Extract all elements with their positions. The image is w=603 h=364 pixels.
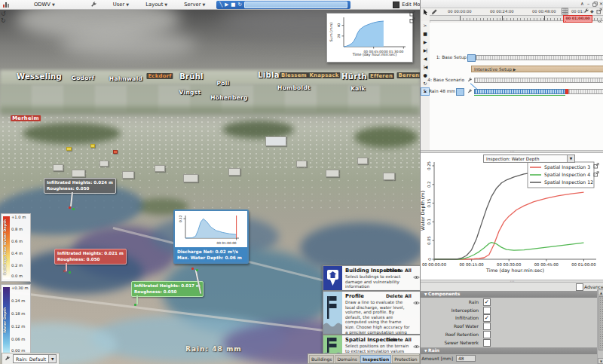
cursor-tool-icon[interactable] [423, 9, 428, 16]
profile-inspection-popup[interactable]: 0.1200 01:00:00 Discharge Net: 0.02 m³/s… [173, 210, 249, 264]
component-checkbox-infiltration[interactable] [483, 314, 491, 322]
building [296, 161, 307, 167]
popout-icon[interactable] [593, 163, 599, 169]
visibility-eye-icon[interactable] [413, 275, 420, 280]
tooltip-line: Roughness: 0.050 [134, 289, 200, 295]
3d-viewport[interactable]: ↺ ↻ Wesseling Godorf Hahnwald Eckdorf Br… [0, 10, 420, 364]
spatial-inspection-tooltip[interactable]: Infiltrated Heights: 0.021 m Roughness: … [54, 249, 127, 265]
inspection-selector[interactable]: Inspection: Water Depth ▼ [483, 154, 575, 163]
scenario-track[interactable] [474, 78, 603, 83]
wrench-icon[interactable] [90, 2, 97, 8]
menu-layout[interactable]: Layout▼ [143, 2, 170, 8]
city-label-merheim: Merheim [11, 115, 41, 121]
grid-view-icon[interactable] [561, 8, 569, 15]
scenario-track[interactable] [476, 55, 603, 60]
pen-tool-icon[interactable] [431, 9, 437, 15]
profile-icon [323, 292, 342, 334]
step-forward-button[interactable]: ▶| [421, 46, 430, 54]
popout-icon[interactable] [593, 171, 599, 177]
scrollbar[interactable]: ▲ ▼ [597, 289, 603, 364]
visibility-eye-icon[interactable] [413, 301, 420, 305]
wrench-icon[interactable] [583, 8, 589, 14]
scroll-up-icon[interactable]: ▲ [598, 289, 603, 295]
scenario-label-rain-48mm[interactable]: 5: Rain 48 mm [421, 89, 455, 93]
city-label-huerth: Hürth [341, 72, 367, 81]
component-checkbox-roof-water[interactable] [483, 323, 491, 330]
building [383, 173, 395, 180]
delete-all-button[interactable]: Delete All [386, 268, 412, 273]
spatial-inspection-tooltip[interactable]: Infiltrated Heights: 0.024 m Roughness: … [44, 178, 116, 194]
amount-input[interactable] [456, 355, 476, 362]
chevron-down-icon: ▼ [48, 355, 56, 362]
diamond-icon[interactable]: ◆ [590, 8, 594, 14]
building-highlight [66, 147, 72, 151]
max-water-depth-value: Max. Water Depth: 0.06 m [177, 255, 245, 261]
close-icon[interactable]: × [598, 1, 603, 7]
scroll-down-icon[interactable]: ▼ [598, 358, 603, 364]
svg-text:00 01:00:00: 00 01:00:00 [571, 262, 596, 267]
refresh-icon[interactable]: ↻ [237, 1, 241, 9]
rain-section-header[interactable]: ▼ Rain [421, 347, 597, 354]
scenario-track-computed[interactable] [474, 89, 565, 94]
city-label-efferen: Efferen [369, 73, 394, 79]
redo-icon[interactable]: ↻ [1, 17, 6, 24]
scenario-timeline-area[interactable] [430, 23, 603, 150]
wrench-icon[interactable] [5, 356, 11, 362]
rain-preset-bar: Rain: Default ▼ [2, 353, 60, 364]
svg-text:0.05: 0.05 [427, 236, 432, 245]
tooltip-line: Roughness: 0.050 [57, 257, 124, 263]
svg-text:Water Depth (m): Water Depth (m) [421, 191, 426, 231]
collapse-icon[interactable]: ∧ [580, 1, 585, 7]
popout-icon[interactable] [596, 8, 602, 14]
expand-icon[interactable]: > [421, 21, 430, 29]
interactive-setup-bar[interactable]: Interactive Setup ▶ [471, 66, 603, 72]
play-icon[interactable]: ▶ [225, 1, 228, 9]
components-header[interactable]: ▼ Components [421, 291, 597, 298]
stop-button[interactable]: ■ [421, 29, 430, 38]
component-checkbox-sewer-network[interactable] [483, 339, 491, 347]
current-time-badge[interactable]: 00 01:00:00 [563, 15, 592, 23]
minimize-icon[interactable]: – [586, 1, 591, 7]
rain-preset-select[interactable]: Rain: Default ▼ [13, 354, 57, 363]
scenario-node[interactable] [467, 54, 476, 62]
component-checkbox-interception[interactable] [483, 307, 491, 314]
advanced-checkbox[interactable] [576, 283, 583, 291]
scenario-label-base-scenario[interactable]: 4: Base Scenario [421, 78, 464, 82]
undo-icon[interactable]: ↺ [1, 11, 6, 17]
city-label-humboldt: Humboldt [277, 84, 311, 91]
edit-mode-checkbox[interactable] [393, 2, 399, 8]
scenario-track[interactable] [568, 89, 603, 94]
scenario-label-base-setup[interactable]: 1: Base Setup [423, 55, 467, 60]
stop-icon[interactable]: ■ [231, 1, 235, 9]
menu-user[interactable]: User▼ [111, 2, 131, 8]
menu-odwv[interactable]: ODWV▼ [32, 2, 57, 8]
restore-window-icon[interactable] [592, 2, 598, 7]
component-checkbox-roof-retention[interactable] [483, 331, 491, 338]
delete-all-button[interactable]: Delete All [386, 337, 412, 342]
play-button[interactable]: ▶ [421, 38, 430, 46]
tab-inspection[interactable]: Inspection [360, 355, 391, 363]
rain-amount-overlay: Rain: 48 mm [185, 345, 242, 353]
delete-all-button[interactable]: Delete All [386, 293, 412, 298]
city-label-kalk: Kalk [350, 85, 366, 92]
menu-server[interactable]: Server▼ [182, 2, 207, 8]
spatial-inspection-tooltip[interactable]: Infiltrated Heights: 0.017 m Roughness: … [131, 281, 204, 297]
tab-domains[interactable]: Domains [335, 355, 359, 363]
draw-tool-icon[interactable]: ╲ [219, 1, 222, 9]
building [122, 171, 134, 179]
sample-marker-x: ✕ [63, 268, 66, 274]
popout-icon[interactable] [409, 17, 415, 23]
scroll-thumb[interactable] [598, 296, 603, 350]
step-back-button[interactable]: |◀ [421, 63, 430, 71]
svg-text:0.1: 0.1 [427, 219, 432, 225]
city-label-knapsack: Knapsack [308, 72, 340, 78]
wrench-icon[interactable] [467, 78, 473, 83]
simulation-progress-bar[interactable] [244, 2, 347, 8]
scenario-node[interactable] [456, 88, 464, 96]
tab-buildings[interactable]: Buildings [309, 355, 334, 363]
visibility-eye-icon[interactable] [413, 344, 420, 349]
wrench-icon[interactable] [467, 89, 473, 94]
component-checkbox-rain[interactable] [483, 298, 491, 306]
popout-icon[interactable] [409, 11, 415, 17]
legend-tick: 0.24 m [11, 298, 25, 303]
